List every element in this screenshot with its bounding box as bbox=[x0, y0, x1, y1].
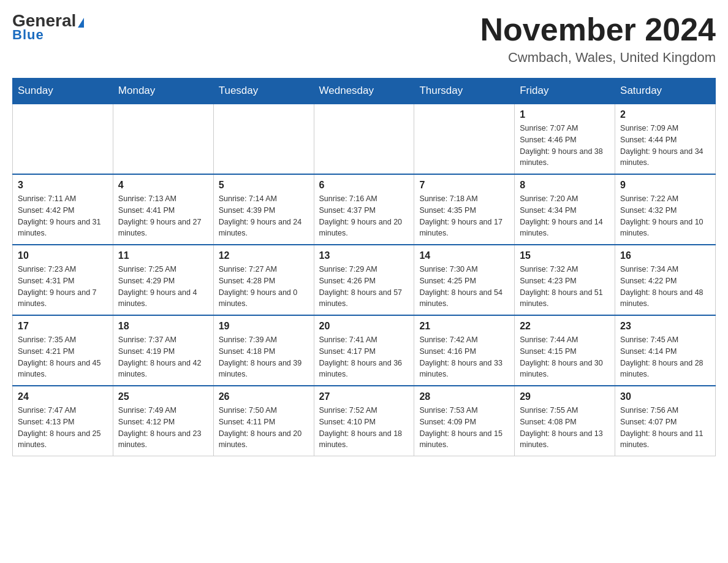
day-number: 2 bbox=[620, 109, 710, 120]
calendar-day-cell: 28Sunrise: 7:53 AMSunset: 4:09 PMDayligh… bbox=[414, 386, 515, 456]
day-number: 18 bbox=[118, 321, 208, 332]
weekday-header: Friday bbox=[515, 79, 615, 104]
day-number: 28 bbox=[419, 391, 509, 402]
day-number: 6 bbox=[319, 180, 409, 191]
calendar-day-cell: 6Sunrise: 7:16 AMSunset: 4:37 PMDaylight… bbox=[314, 174, 414, 245]
calendar-week-row: 10Sunrise: 7:23 AMSunset: 4:31 PMDayligh… bbox=[13, 245, 716, 315]
day-info: Sunrise: 7:09 AMSunset: 4:44 PMDaylight:… bbox=[620, 123, 710, 169]
day-number: 9 bbox=[620, 180, 710, 191]
day-info: Sunrise: 7:44 AMSunset: 4:15 PMDaylight:… bbox=[520, 334, 610, 380]
day-info: Sunrise: 7:13 AMSunset: 4:41 PMDaylight:… bbox=[118, 193, 208, 239]
day-number: 7 bbox=[419, 180, 509, 191]
weekday-header: Thursday bbox=[414, 79, 515, 104]
day-info: Sunrise: 7:34 AMSunset: 4:22 PMDaylight:… bbox=[620, 264, 710, 310]
calendar-day-cell: 12Sunrise: 7:27 AMSunset: 4:28 PMDayligh… bbox=[213, 245, 314, 315]
title-block: November 2024 Cwmbach, Wales, United Kin… bbox=[480, 12, 716, 66]
page-subtitle: Cwmbach, Wales, United Kingdom bbox=[480, 50, 716, 66]
day-number: 20 bbox=[319, 321, 409, 332]
calendar-day-cell: 4Sunrise: 7:13 AMSunset: 4:41 PMDaylight… bbox=[113, 174, 213, 245]
day-info: Sunrise: 7:39 AMSunset: 4:18 PMDaylight:… bbox=[219, 334, 309, 380]
calendar-day-cell bbox=[13, 104, 113, 174]
calendar-day-cell: 17Sunrise: 7:35 AMSunset: 4:21 PMDayligh… bbox=[13, 315, 113, 386]
calendar-day-cell: 18Sunrise: 7:37 AMSunset: 4:19 PMDayligh… bbox=[113, 315, 213, 386]
day-info: Sunrise: 7:37 AMSunset: 4:19 PMDaylight:… bbox=[118, 334, 208, 380]
day-info: Sunrise: 7:25 AMSunset: 4:29 PMDaylight:… bbox=[118, 264, 208, 310]
calendar-day-cell: 11Sunrise: 7:25 AMSunset: 4:29 PMDayligh… bbox=[113, 245, 213, 315]
day-number: 19 bbox=[219, 321, 309, 332]
day-number: 17 bbox=[18, 321, 108, 332]
day-number: 29 bbox=[520, 391, 610, 402]
calendar-day-cell bbox=[213, 104, 314, 174]
day-info: Sunrise: 7:16 AMSunset: 4:37 PMDaylight:… bbox=[319, 193, 409, 239]
calendar-day-cell: 1Sunrise: 7:07 AMSunset: 4:46 PMDaylight… bbox=[515, 104, 615, 174]
calendar-week-row: 24Sunrise: 7:47 AMSunset: 4:13 PMDayligh… bbox=[13, 386, 716, 456]
day-info: Sunrise: 7:42 AMSunset: 4:16 PMDaylight:… bbox=[419, 334, 509, 380]
day-info: Sunrise: 7:18 AMSunset: 4:35 PMDaylight:… bbox=[419, 193, 509, 239]
day-number: 22 bbox=[520, 321, 610, 332]
day-info: Sunrise: 7:55 AMSunset: 4:08 PMDaylight:… bbox=[520, 405, 610, 451]
calendar-week-row: 3Sunrise: 7:11 AMSunset: 4:42 PMDaylight… bbox=[13, 174, 716, 245]
calendar-day-cell: 13Sunrise: 7:29 AMSunset: 4:26 PMDayligh… bbox=[314, 245, 414, 315]
calendar-day-cell: 16Sunrise: 7:34 AMSunset: 4:22 PMDayligh… bbox=[615, 245, 716, 315]
calendar-day-cell: 19Sunrise: 7:39 AMSunset: 4:18 PMDayligh… bbox=[213, 315, 314, 386]
calendar-day-cell: 24Sunrise: 7:47 AMSunset: 4:13 PMDayligh… bbox=[13, 386, 113, 456]
calendar-day-cell: 3Sunrise: 7:11 AMSunset: 4:42 PMDaylight… bbox=[13, 174, 113, 245]
day-info: Sunrise: 7:50 AMSunset: 4:11 PMDaylight:… bbox=[219, 405, 309, 451]
day-info: Sunrise: 7:32 AMSunset: 4:23 PMDaylight:… bbox=[520, 264, 610, 310]
day-number: 14 bbox=[419, 250, 509, 261]
calendar-table: SundayMondayTuesdayWednesdayThursdayFrid… bbox=[12, 78, 716, 456]
calendar-day-cell: 2Sunrise: 7:09 AMSunset: 4:44 PMDaylight… bbox=[615, 104, 716, 174]
calendar-day-cell: 25Sunrise: 7:49 AMSunset: 4:12 PMDayligh… bbox=[113, 386, 213, 456]
calendar-day-cell: 21Sunrise: 7:42 AMSunset: 4:16 PMDayligh… bbox=[414, 315, 515, 386]
calendar-week-row: 17Sunrise: 7:35 AMSunset: 4:21 PMDayligh… bbox=[13, 315, 716, 386]
day-number: 27 bbox=[319, 391, 409, 402]
day-number: 24 bbox=[18, 391, 108, 402]
calendar-day-cell: 15Sunrise: 7:32 AMSunset: 4:23 PMDayligh… bbox=[515, 245, 615, 315]
day-number: 16 bbox=[620, 250, 710, 261]
day-info: Sunrise: 7:47 AMSunset: 4:13 PMDaylight:… bbox=[18, 405, 108, 451]
day-number: 12 bbox=[219, 250, 309, 261]
day-info: Sunrise: 7:52 AMSunset: 4:10 PMDaylight:… bbox=[319, 405, 409, 451]
day-number: 23 bbox=[620, 321, 710, 332]
day-info: Sunrise: 7:23 AMSunset: 4:31 PMDaylight:… bbox=[18, 264, 108, 310]
calendar-day-cell bbox=[414, 104, 515, 174]
day-number: 1 bbox=[520, 109, 610, 120]
calendar-day-cell: 30Sunrise: 7:56 AMSunset: 4:07 PMDayligh… bbox=[615, 386, 716, 456]
day-info: Sunrise: 7:30 AMSunset: 4:25 PMDaylight:… bbox=[419, 264, 509, 310]
day-info: Sunrise: 7:22 AMSunset: 4:32 PMDaylight:… bbox=[620, 193, 710, 239]
day-info: Sunrise: 7:49 AMSunset: 4:12 PMDaylight:… bbox=[118, 405, 208, 451]
day-number: 3 bbox=[18, 180, 108, 191]
weekday-header: Tuesday bbox=[213, 79, 314, 104]
calendar-day-cell: 9Sunrise: 7:22 AMSunset: 4:32 PMDaylight… bbox=[615, 174, 716, 245]
logo: General Blue bbox=[12, 12, 84, 43]
day-info: Sunrise: 7:35 AMSunset: 4:21 PMDaylight:… bbox=[18, 334, 108, 380]
day-number: 15 bbox=[520, 250, 610, 261]
calendar-day-cell: 5Sunrise: 7:14 AMSunset: 4:39 PMDaylight… bbox=[213, 174, 314, 245]
calendar-day-cell: 22Sunrise: 7:44 AMSunset: 4:15 PMDayligh… bbox=[515, 315, 615, 386]
day-number: 21 bbox=[419, 321, 509, 332]
weekday-header: Monday bbox=[113, 79, 213, 104]
day-number: 26 bbox=[219, 391, 309, 402]
calendar-day-cell: 26Sunrise: 7:50 AMSunset: 4:11 PMDayligh… bbox=[213, 386, 314, 456]
calendar-day-cell: 27Sunrise: 7:52 AMSunset: 4:10 PMDayligh… bbox=[314, 386, 414, 456]
calendar-day-cell: 14Sunrise: 7:30 AMSunset: 4:25 PMDayligh… bbox=[414, 245, 515, 315]
day-info: Sunrise: 7:14 AMSunset: 4:39 PMDaylight:… bbox=[219, 193, 309, 239]
day-number: 10 bbox=[18, 250, 108, 261]
page-header: General Blue November 2024 Cwmbach, Wale… bbox=[12, 12, 716, 66]
calendar-day-cell: 20Sunrise: 7:41 AMSunset: 4:17 PMDayligh… bbox=[314, 315, 414, 386]
weekday-header: Saturday bbox=[615, 79, 716, 104]
day-info: Sunrise: 7:53 AMSunset: 4:09 PMDaylight:… bbox=[419, 405, 509, 451]
day-info: Sunrise: 7:11 AMSunset: 4:42 PMDaylight:… bbox=[18, 193, 108, 239]
day-number: 13 bbox=[319, 250, 409, 261]
calendar-day-cell: 7Sunrise: 7:18 AMSunset: 4:35 PMDaylight… bbox=[414, 174, 515, 245]
calendar-day-cell: 23Sunrise: 7:45 AMSunset: 4:14 PMDayligh… bbox=[615, 315, 716, 386]
page-title: November 2024 bbox=[480, 12, 716, 47]
calendar-week-row: 1Sunrise: 7:07 AMSunset: 4:46 PMDaylight… bbox=[13, 104, 716, 174]
calendar-day-cell: 29Sunrise: 7:55 AMSunset: 4:08 PMDayligh… bbox=[515, 386, 615, 456]
calendar-day-cell bbox=[113, 104, 213, 174]
logo-underline: Blue bbox=[12, 27, 44, 43]
day-info: Sunrise: 7:07 AMSunset: 4:46 PMDaylight:… bbox=[520, 123, 610, 169]
day-info: Sunrise: 7:41 AMSunset: 4:17 PMDaylight:… bbox=[319, 334, 409, 380]
day-number: 25 bbox=[118, 391, 208, 402]
day-info: Sunrise: 7:45 AMSunset: 4:14 PMDaylight:… bbox=[620, 334, 710, 380]
